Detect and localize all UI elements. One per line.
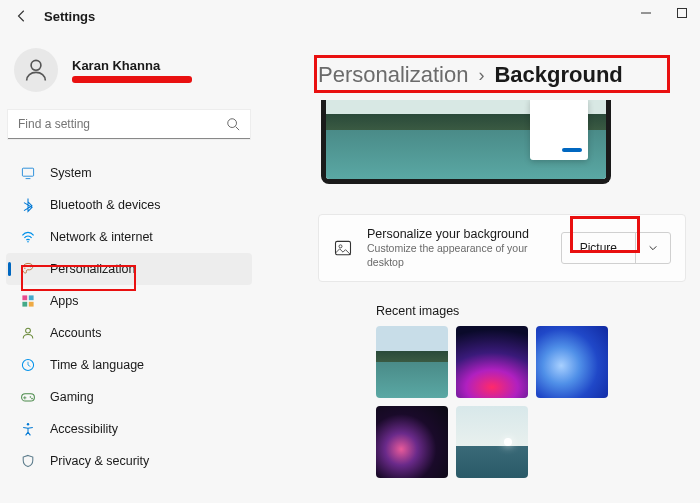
sidebar-item-label: Bluetooth & devices (50, 198, 161, 212)
svg-point-15 (26, 328, 31, 333)
breadcrumb-parent[interactable]: Personalization (318, 62, 468, 88)
recent-image-thumb[interactable] (376, 326, 448, 398)
privacy-icon (20, 453, 36, 469)
svg-rect-11 (22, 295, 27, 300)
svg-point-10 (30, 266, 32, 268)
app-title: Settings (44, 9, 95, 24)
accessibility-icon (20, 421, 36, 437)
svg-point-22 (27, 423, 29, 425)
gaming-icon (20, 389, 36, 405)
sidebar-item-label: Time & language (50, 358, 144, 372)
sidebar-item-label: Accessibility (50, 422, 118, 436)
sidebar-item-accounts[interactable]: Accounts (6, 317, 252, 349)
recent-images-section: Recent images (318, 304, 686, 478)
system-icon (20, 165, 36, 181)
sidebar-item-gaming[interactable]: Gaming (6, 381, 252, 413)
sidebar-item-system[interactable]: System (6, 157, 252, 189)
svg-point-24 (339, 245, 342, 248)
desktop-preview (321, 100, 611, 184)
background-type-dropdown[interactable]: Picture (561, 232, 671, 264)
minimize-button[interactable] (628, 0, 664, 26)
recent-image-thumb[interactable] (536, 326, 608, 398)
sidebar-item-accessibility[interactable]: Accessibility (6, 413, 252, 445)
recent-image-thumb[interactable] (456, 326, 528, 398)
svg-point-8 (24, 267, 26, 269)
svg-rect-13 (22, 302, 27, 307)
sidebar-item-apps[interactable]: Apps (6, 285, 252, 317)
picture-icon (333, 238, 353, 258)
dropdown-value: Picture (562, 235, 635, 261)
sidebar-item-time[interactable]: Time & language (6, 349, 252, 381)
accounts-icon (20, 325, 36, 341)
apps-icon (20, 293, 36, 309)
main-content: Personalization › Background Personalize… (258, 32, 700, 501)
sidebar-item-bluetooth[interactable]: Bluetooth & devices (6, 189, 252, 221)
sidebar-item-network[interactable]: Network & internet (6, 221, 252, 253)
svg-rect-14 (29, 302, 34, 307)
sidebar-item-label: Accounts (50, 326, 101, 340)
chevron-right-icon: › (478, 65, 484, 86)
preview-sample-window (530, 100, 588, 160)
svg-point-21 (31, 398, 33, 400)
personalize-background-card[interactable]: Personalize your background Customize th… (318, 214, 686, 282)
time-icon (20, 357, 36, 373)
card-title: Personalize your background (367, 227, 547, 241)
svg-point-3 (228, 119, 237, 128)
recent-images-title: Recent images (376, 304, 686, 318)
breadcrumb: Personalization › Background (318, 32, 686, 98)
sidebar-item-label: Personalization (50, 262, 135, 276)
recent-image-thumb[interactable] (376, 406, 448, 478)
search-container (8, 110, 250, 139)
sidebar-item-label: Apps (50, 294, 79, 308)
sidebar-item-privacy[interactable]: Privacy & security (6, 445, 252, 477)
search-input[interactable] (8, 110, 250, 139)
sidebar-item-label: Privacy & security (50, 454, 149, 468)
user-name: Karan Khanna (72, 58, 192, 73)
bluetooth-icon (20, 197, 36, 213)
search-icon (226, 117, 240, 135)
personalization-icon (20, 261, 36, 277)
network-icon (20, 229, 36, 245)
svg-point-20 (30, 396, 32, 398)
recent-image-thumb[interactable] (456, 406, 528, 478)
sidebar-item-label: Network & internet (50, 230, 153, 244)
svg-point-7 (27, 241, 29, 243)
sidebar: Karan Khanna SystemBluetooth & devicesNe… (0, 32, 258, 501)
chevron-down-icon (635, 233, 670, 263)
svg-point-9 (26, 265, 28, 267)
user-profile[interactable]: Karan Khanna (6, 44, 252, 110)
back-button[interactable] (14, 8, 30, 24)
sidebar-item-label: Gaming (50, 390, 94, 404)
avatar (14, 48, 58, 92)
user-email-redacted (72, 76, 192, 83)
nav-list: SystemBluetooth & devicesNetwork & inter… (6, 157, 252, 477)
sidebar-item-personalization[interactable]: Personalization (6, 253, 252, 285)
maximize-button[interactable] (664, 0, 700, 26)
svg-point-2 (31, 60, 41, 70)
svg-rect-5 (22, 168, 33, 176)
card-description: Customize the appearance of your desktop (367, 242, 547, 269)
svg-rect-12 (29, 295, 34, 300)
sidebar-item-label: System (50, 166, 92, 180)
breadcrumb-current: Background (494, 62, 622, 88)
svg-line-4 (236, 127, 240, 131)
svg-rect-1 (678, 9, 687, 18)
svg-rect-17 (22, 394, 35, 401)
